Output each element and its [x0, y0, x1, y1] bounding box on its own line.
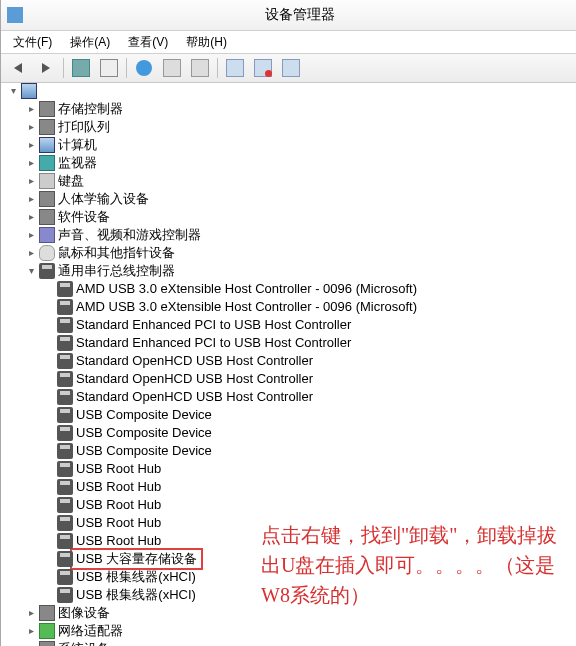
- arrow-right-icon: [42, 63, 50, 73]
- action2-button[interactable]: [187, 56, 213, 80]
- expand-icon[interactable]: ▸: [25, 175, 37, 187]
- no-expand-icon: [43, 427, 55, 439]
- device-label: Standard OpenHCD USB Host Controller: [76, 352, 313, 370]
- tree-node[interactable]: ▸软件设备: [3, 208, 576, 226]
- tree-node[interactable]: ▸人体学输入设备: [3, 190, 576, 208]
- collapse-icon[interactable]: ▾: [25, 265, 37, 277]
- device-icon: [39, 209, 55, 225]
- back-button[interactable]: [5, 56, 31, 80]
- device-icon: [21, 83, 37, 99]
- properties-button[interactable]: [96, 56, 122, 80]
- expand-icon[interactable]: ▸: [25, 157, 37, 169]
- tree-node[interactable]: ▸网络适配器: [3, 622, 576, 640]
- device-icon: [39, 263, 55, 279]
- tree-node[interactable]: ▾通用串行总线控制器: [3, 262, 576, 280]
- no-expand-icon: [43, 373, 55, 385]
- device-icon: [39, 641, 55, 646]
- tree-node[interactable]: USB Composite Device: [3, 442, 576, 460]
- expand-icon[interactable]: ▸: [25, 607, 37, 619]
- tree-node[interactable]: ▸存储控制器: [3, 100, 576, 118]
- device-icon: [39, 227, 55, 243]
- tree-node[interactable]: ▸监视器: [3, 154, 576, 172]
- expand-icon[interactable]: ▸: [25, 625, 37, 637]
- device-icon: [39, 605, 55, 621]
- menu-view[interactable]: 查看(V): [120, 32, 176, 53]
- toolbar-separator: [126, 58, 127, 78]
- device-icon: [39, 119, 55, 135]
- device-label: 鼠标和其他指针设备: [58, 244, 175, 262]
- tree-node[interactable]: ▾: [3, 82, 576, 100]
- update-icon: [282, 59, 300, 77]
- tree-node[interactable]: AMD USB 3.0 eXtensible Host Controller -…: [3, 298, 576, 316]
- expand-icon[interactable]: ▸: [25, 247, 37, 259]
- menu-help[interactable]: 帮助(H): [178, 32, 235, 53]
- scan-hardware-button[interactable]: [222, 56, 248, 80]
- tree-node[interactable]: ▸系统设备: [3, 640, 576, 646]
- no-expand-icon: [43, 481, 55, 493]
- uninstall-button[interactable]: [250, 56, 276, 80]
- tree-node[interactable]: USB Root Hub: [3, 478, 576, 496]
- tree-node[interactable]: USB Root Hub: [3, 460, 576, 478]
- device-icon: [57, 299, 73, 315]
- no-expand-icon: [43, 553, 55, 565]
- forward-button[interactable]: [33, 56, 59, 80]
- tree-node[interactable]: ▸鼠标和其他指针设备: [3, 244, 576, 262]
- tree-node[interactable]: USB Root Hub: [3, 496, 576, 514]
- device-icon: [57, 551, 73, 567]
- tree-node[interactable]: Standard OpenHCD USB Host Controller: [3, 352, 576, 370]
- device-label: 人体学输入设备: [58, 190, 149, 208]
- device-label: 声音、视频和游戏控制器: [58, 226, 201, 244]
- no-expand-icon: [43, 535, 55, 547]
- update-driver-button[interactable]: [278, 56, 304, 80]
- tree-node[interactable]: ▸计算机: [3, 136, 576, 154]
- window-title: 设备管理器: [23, 6, 576, 24]
- device-icon: [57, 317, 73, 333]
- tree-node[interactable]: Standard Enhanced PCI to USB Host Contro…: [3, 334, 576, 352]
- no-expand-icon: [43, 517, 55, 529]
- device-icon: [57, 425, 73, 441]
- help-button[interactable]: [131, 56, 157, 80]
- menu-file[interactable]: 文件(F): [5, 32, 60, 53]
- tree-icon: [72, 59, 90, 77]
- expand-icon[interactable]: ▸: [25, 193, 37, 205]
- tree-node[interactable]: AMD USB 3.0 eXtensible Host Controller -…: [3, 280, 576, 298]
- device-label: 打印队列: [58, 118, 110, 136]
- device-label: USB Root Hub: [76, 496, 161, 514]
- tree-node[interactable]: ▸键盘: [3, 172, 576, 190]
- tree-node[interactable]: ▸打印队列: [3, 118, 576, 136]
- no-expand-icon: [43, 499, 55, 511]
- tree-node[interactable]: USB Composite Device: [3, 406, 576, 424]
- tree-node[interactable]: Standard OpenHCD USB Host Controller: [3, 388, 576, 406]
- uninstall-icon: [254, 59, 272, 77]
- device-label: 图像设备: [58, 604, 110, 622]
- device-label: 计算机: [58, 136, 97, 154]
- expand-icon[interactable]: ▸: [25, 121, 37, 133]
- help-icon: [136, 60, 152, 76]
- device-icon: [39, 191, 55, 207]
- no-expand-icon: [43, 463, 55, 475]
- device-icon: [39, 155, 55, 171]
- no-expand-icon: [43, 571, 55, 583]
- scan-icon: [226, 59, 244, 77]
- action-button[interactable]: [159, 56, 185, 80]
- device-label: USB Composite Device: [76, 424, 212, 442]
- expand-icon[interactable]: ▸: [25, 229, 37, 241]
- expand-icon[interactable]: ▸: [25, 211, 37, 223]
- expand-icon[interactable]: ▸: [25, 103, 37, 115]
- toolbar-separator: [63, 58, 64, 78]
- no-expand-icon: [43, 319, 55, 331]
- annotation-text: 点击右键，找到"卸载"，卸载掉拔出U盘在插入即可。。。。（这是W8系统的）: [261, 520, 561, 610]
- tree-node[interactable]: ▸声音、视频和游戏控制器: [3, 226, 576, 244]
- tree-node[interactable]: USB Composite Device: [3, 424, 576, 442]
- device-icon: [39, 101, 55, 117]
- tree-node[interactable]: Standard Enhanced PCI to USB Host Contro…: [3, 316, 576, 334]
- tree-node[interactable]: Standard OpenHCD USB Host Controller: [3, 370, 576, 388]
- device-label: 软件设备: [58, 208, 110, 226]
- menu-action[interactable]: 操作(A): [62, 32, 118, 53]
- show-hide-tree-button[interactable]: [68, 56, 94, 80]
- device-label: USB 根集线器(xHCI): [76, 568, 196, 586]
- expand-icon[interactable]: ▸: [25, 139, 37, 151]
- collapse-icon[interactable]: ▾: [7, 85, 19, 97]
- device-icon: [39, 245, 55, 261]
- device-label: AMD USB 3.0 eXtensible Host Controller -…: [76, 298, 417, 316]
